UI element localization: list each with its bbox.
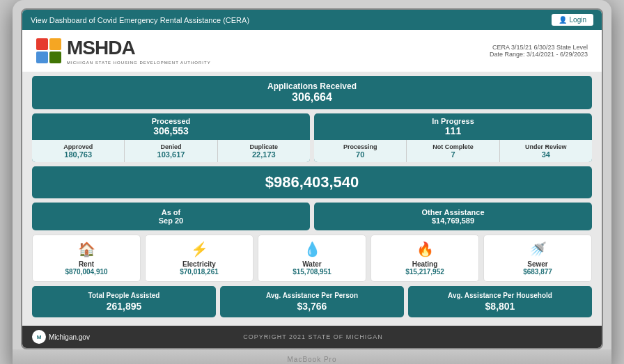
inprogress-title: In Progress [321,117,585,125]
footer-logo: M Michigan.gov [32,330,90,344]
sewer-icon: 🚿 [488,241,587,258]
electricity-value: $70,018,261 [150,268,249,276]
rent-icon: 🏠 [37,241,136,258]
other-assistance-value: $14,769,589 [322,216,584,225]
approved-label: Approved [35,143,121,150]
duplicate-card: Duplicate 22,173 [218,140,310,162]
footer-logo-text: Michigan.gov [49,333,90,341]
processed-title: Processed [39,117,303,125]
avg-per-household-value: $8,801 [414,301,586,312]
duplicate-value: 22,173 [221,150,307,159]
heating-label: Heating [375,260,474,268]
processed-header: Processed 306,553 [32,113,310,140]
utility-rent: 🏠 Rent $870,004,910 [32,235,141,282]
logo-cell-blue [36,52,48,63]
not-complete-value: 7 [410,150,496,159]
denied-value: 103,617 [127,150,214,159]
total-dollar: $986,403,540 [265,173,359,191]
rent-label: Rent [37,260,136,268]
logo-cell-green [49,52,61,63]
user-icon: 👤 [559,16,567,24]
processed-subcards: Approved 180,763 Denied 103,617 Duplicat… [32,140,310,162]
water-value: $15,708,951 [263,268,361,276]
processing-card: Processing 70 [314,140,407,162]
laptop-base: MacBook Pro [13,349,611,364]
laptop-frame: View Dashboard of Covid Emergency Rental… [13,0,611,364]
middle-row: As of Sep 20 Other Assistance $14,769,58… [32,203,592,230]
header: MSHDA MICHIGAN STATE HOUSING DEVELOPMENT… [22,30,602,72]
heating-value: $15,217,952 [375,268,474,276]
rent-value: $870,004,910 [37,268,136,276]
logo-text: MSHDA [67,37,211,59]
content: Applications Received 306,664 Processed … [22,72,602,326]
inprogress-value: 111 [321,125,585,136]
logo-subtitle: MICHIGAN STATE HOUSING DEVELOPMENT AUTHO… [67,61,211,65]
applications-title: Applications Received [43,81,581,91]
processing-label: Processing [317,143,403,150]
footer-logo-icon: M [32,330,46,344]
water-icon: 💧 [263,241,361,258]
top-bar: View Dashboard of Covid Emergency Rental… [22,10,602,30]
denied-label: Denied [127,143,214,150]
under-review-value: 34 [503,150,589,159]
avg-per-household-title: Avg. Assistance Per Household [414,292,586,299]
laptop-screen: View Dashboard of Covid Emergency Rental… [21,8,603,349]
logo-area: MSHDA MICHIGAN STATE HOUSING DEVELOPMENT… [36,37,211,65]
heating-icon: 🔥 [375,241,474,258]
dollar-card: $986,403,540 [32,166,592,198]
applications-card: Applications Received 306,664 [32,76,592,109]
inprogress-card: In Progress 111 Processing 70 Not Comple… [314,113,592,162]
utility-sewer: 🚿 Sewer $683,877 [483,235,592,282]
sewer-value: $683,877 [488,268,587,276]
total-people-value: 261,895 [38,301,210,312]
avg-per-household-card: Avg. Assistance Per Household $8,801 [408,286,592,317]
not-complete-card: Not Complete 7 [407,140,499,162]
avg-per-person-title: Avg. Assistance Per Person [226,292,398,299]
asof-card: As of Sep 20 [32,203,310,230]
utility-heating: 🔥 Heating $15,217,952 [370,235,479,282]
info-line1: CERA 3/15/21 6/30/23 State Level [490,44,588,51]
applications-value: 306,664 [43,91,581,104]
denied-card: Denied 103,617 [125,140,217,162]
under-review-label: Under Review [503,143,589,150]
utility-row: 🏠 Rent $870,004,910 ⚡ Electricity $70,01… [32,235,592,282]
inprogress-subcards: Processing 70 Not Complete 7 Under Revie… [314,140,592,162]
logo-cell-red [36,38,48,50]
asof-date: Sep 20 [40,216,302,225]
not-complete-label: Not Complete [410,143,496,150]
electricity-icon: ⚡ [150,241,249,258]
sewer-label: Sewer [488,260,587,268]
laptop-brand: MacBook Pro [287,356,336,363]
logo-text-area: MSHDA MICHIGAN STATE HOUSING DEVELOPMENT… [67,37,211,65]
under-review-card: Under Review 34 [500,140,592,162]
total-people-title: Total People Assisted [38,292,210,299]
footer: M Michigan.gov COPYRIGHT 2021 STATE OF M… [22,326,602,348]
asof-label: As of [40,208,302,216]
approved-card: Approved 180,763 [32,140,125,162]
logo-grid [36,38,61,63]
login-button[interactable]: 👤 Login [552,14,593,26]
processed-value: 306,553 [39,125,303,136]
processed-card: Processed 306,553 Approved 180,763 Denie… [32,113,310,162]
bottom-row: Total People Assisted 261,895 Avg. Assis… [32,286,592,317]
total-people-card: Total People Assisted 261,895 [32,286,216,317]
other-assistance-card: Other Assistance $14,769,589 [314,203,592,230]
other-assistance-title: Other Assistance [322,208,584,216]
header-info: CERA 3/15/21 6/30/23 State Level Date Ra… [490,44,588,58]
login-label: Login [570,16,586,24]
utility-water: 💧 Water $15,708,951 [258,235,366,282]
dashboard: View Dashboard of Covid Emergency Rental… [22,10,602,348]
inprogress-header: In Progress 111 [314,113,592,140]
processing-value: 70 [317,150,403,159]
info-line2: Date Range: 3/14/2021 - 6/29/2023 [490,51,588,58]
duplicate-label: Duplicate [221,143,307,150]
approved-value: 180,763 [35,150,121,159]
avg-per-person-value: $3,766 [226,301,398,312]
footer-copyright: COPYRIGHT 2021 STATE OF MICHIGAN [243,333,383,340]
processed-inprogress-row: Processed 306,553 Approved 180,763 Denie… [32,113,592,162]
avg-per-person-card: Avg. Assistance Per Person $3,766 [220,286,404,317]
water-label: Water [263,260,361,268]
topbar-title: View Dashboard of Covid Emergency Rental… [31,16,249,24]
electricity-label: Electricity [150,260,249,268]
utility-electricity: ⚡ Electricity $70,018,261 [145,235,254,282]
